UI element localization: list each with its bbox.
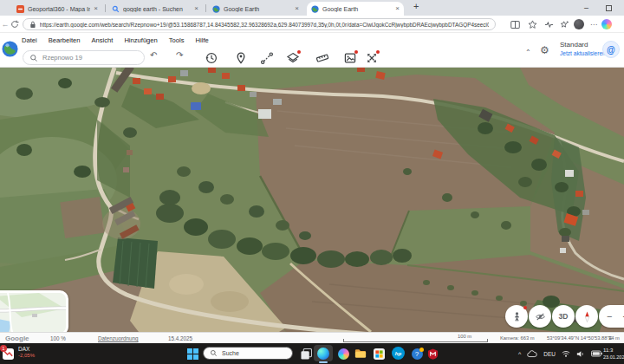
clock-time: 11:3 [603,347,624,354]
menu-bearbeiten[interactable]: Bearbeiten [49,36,81,44]
placemark-pin-icon[interactable] [234,51,248,65]
lock-icon [29,21,36,29]
history-icon[interactable] [205,51,218,65]
google-earth-header: Datei Bearbeiten Ansicht Hinzufügen Tool… [0,33,624,68]
map-style-label: Standard [560,41,588,49]
close-icon[interactable]: × [94,5,98,12]
menu-datei[interactable]: Datei [22,36,37,44]
collapse-chevron-icon[interactable]: ⌃ [525,49,531,56]
onedrive-cloud-icon[interactable] [527,350,537,358]
window-minimize-button[interactable]: – [584,3,588,12]
copilot-taskbar-icon[interactable] [338,348,349,360]
taskbar-clock[interactable]: 11:3 23.01.202 [603,347,624,361]
eye-off-icon [535,311,546,322]
window-maximize-button[interactable] [606,5,612,11]
widgets-button[interactable]: 1 DAX -2,05% [3,346,35,360]
account-avatar[interactable]: @ [602,41,620,58]
browser-essentials-icon[interactable] [543,19,554,29]
notification-dot [297,50,301,54]
coordinates: 53°09'34.49"N 14°50'53.88"E [547,335,612,341]
overview-minimap[interactable] [0,290,68,332]
zoom-out-button[interactable]: − [607,311,612,322]
menu-bar: Datei Bearbeiten Ansicht Hinzufügen Tool… [22,36,209,44]
tab-geoportal[interactable]: Geoportal360 - Mapa Interaktywn × [12,2,102,16]
satellite-imagery [0,68,624,332]
search-icon [29,54,38,62]
tab-google-earth-1[interactable]: Google Earth × [208,2,303,16]
tab-search[interactable]: goggle earth - Suchen × [107,2,203,16]
notification-dot [419,348,424,352]
taskbar-search-placeholder: Suche [222,350,239,356]
compass-button[interactable] [575,305,598,328]
settings-gear-icon[interactable]: ⚙ [540,44,549,56]
ground-elevation: 34 m [608,335,620,341]
zoom-percent: 100 % [50,335,66,341]
menu-hilfe[interactable]: Hilfe [196,36,209,44]
pegman-street-view-button[interactable] [505,305,528,328]
path-tool-icon[interactable] [260,51,274,65]
microsoft-app-button[interactable] [373,348,385,360]
update-now-link[interactable]: Jetzt aktualisieren [560,50,606,56]
pegman-icon [511,311,523,322]
menu-tools[interactable]: Tools [169,36,185,44]
measure-icon[interactable] [315,51,329,65]
tab-google-earth-active[interactable]: Google Earth × [307,2,404,16]
hp-app-button[interactable]: hp [392,347,405,360]
folder-icon [354,348,367,359]
collections-icon[interactable] [559,19,569,29]
file-explorer-button[interactable] [354,348,367,360]
url-text: https://earth.google.com/web/search/Rzep… [40,22,489,28]
desktop-screen: Geoportal360 - Mapa Interaktywn × goggle… [0,0,624,364]
close-icon[interactable]: × [194,5,198,12]
new-tab-button[interactable]: + [413,1,419,11]
satellite-map-viewport[interactable]: 3D − + [0,68,624,332]
refresh-icon[interactable] [10,19,20,29]
clean-map-toggle-button[interactable] [529,305,551,328]
start-button[interactable] [186,348,198,360]
split-screen-icon[interactable] [510,19,520,29]
tab-title: goggle earth - Suchen [123,6,191,12]
redo-icon[interactable]: ↷ [176,50,183,60]
copilot-icon[interactable] [601,19,612,29]
close-icon[interactable]: × [395,5,400,12]
taskbar-search-box[interactable]: Suche [203,347,293,360]
profile-avatar[interactable] [574,19,584,29]
close-icon[interactable]: × [295,5,299,12]
tray-chevron-icon[interactable]: ^ [518,351,521,357]
widget-badge: 1 [0,345,7,352]
menu-ansicht[interactable]: Ansicht [91,36,113,44]
wifi-icon[interactable] [562,350,570,358]
google-earth-logo [2,41,18,57]
imagery-date: 15.4.2025 [168,335,192,341]
layers-icon[interactable] [286,51,300,65]
earth-search-input[interactable]: Rzepnowo 19 [23,50,145,65]
support-assistant-button[interactable]: ? [411,348,423,360]
menu-hinzufuegen[interactable]: Hinzufügen [124,36,157,44]
earth-status-bar: Google 100 % Datenzuordnung 15.4.2025 10… [0,332,624,343]
keyboard-language[interactable]: DEU [543,351,556,357]
3d-view-button[interactable]: 3D [552,305,575,328]
data-attribution-link[interactable]: Datenzuordnung [98,335,139,341]
microsoft-squares-icon [374,348,385,360]
mcafee-button[interactable] [426,348,439,360]
tab-title: Google Earth [224,6,291,12]
favorites-star-icon[interactable] [527,19,537,29]
tab-title: Google Earth [322,6,392,12]
windows-logo-icon [187,348,198,360]
more-menu-icon[interactable]: ⋯ [588,19,599,29]
tab-divider [205,4,206,12]
speaker-icon[interactable] [576,350,585,358]
notification-dot [354,50,358,54]
url-field[interactable]: https://earth.google.com/web/search/Rzep… [23,18,496,30]
notification-dot [523,306,527,309]
camera-altitude: Kamera: 663 m [500,335,535,341]
undo-icon[interactable]: ↶ [150,50,157,60]
photos-icon[interactable] [343,51,357,65]
3d-navigation-icon[interactable] [365,51,379,65]
edge-browser-icon [317,348,329,360]
system-tray: ^ DEU [518,343,602,364]
compass-icon [581,310,594,323]
task-view-button[interactable] [300,348,312,360]
battery-icon[interactable] [591,350,602,357]
geoportal-favicon-icon [16,5,24,13]
